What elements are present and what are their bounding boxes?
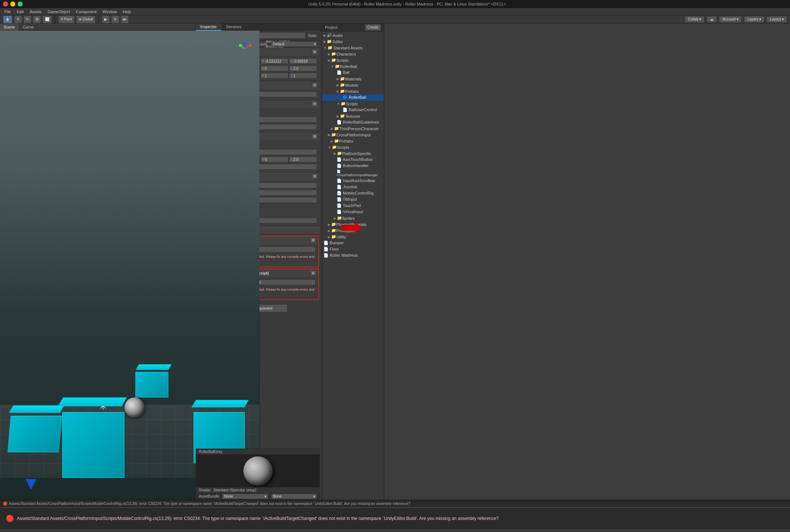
- menu-component[interactable]: Component: [73, 8, 100, 15]
- rot-z-field[interactable]: Z2.0: [289, 65, 317, 71]
- pos-y-field[interactable]: Y-3.131212: [261, 58, 288, 64]
- status-error-icon: 🔴: [3, 502, 7, 506]
- ball-script-settings-icon[interactable]: ⚙: [310, 237, 316, 243]
- scene-viewport[interactable]: ✳ ▼: [0, 31, 259, 500]
- proj-rollerball-prefab[interactable]: 🔵 RollerBall: [322, 94, 384, 101]
- minimize-button[interactable]: [10, 1, 15, 7]
- tool-move[interactable]: ✛: [14, 15, 22, 23]
- pause-button[interactable]: ⏸: [111, 15, 119, 23]
- proj-scripts-rb[interactable]: ▼📁 Scripts: [322, 101, 384, 107]
- proj-crossplatformmanager[interactable]: 📄 CrossPlatformInputManager: [322, 169, 384, 178]
- layers-button[interactable]: Layers ▾: [744, 16, 764, 23]
- close-button[interactable]: [3, 1, 8, 7]
- proj-prefabs-folder[interactable]: ▶📁 Prefabs: [322, 88, 384, 94]
- mesh-filter-settings-icon[interactable]: ⚙: [312, 82, 318, 88]
- layout-button[interactable]: Layout ▾: [767, 16, 787, 23]
- proj-inputaxisscrollbar[interactable]: 📄 InputAxisScrollbar: [322, 178, 384, 184]
- proj-thirdperson[interactable]: ▶📁 ThirdPersonCharacter: [322, 125, 384, 132]
- rigidbody-settings-icon[interactable]: ⚙: [312, 173, 318, 179]
- proj-tiltinput[interactable]: 📄 TiltInput: [322, 196, 384, 203]
- proj-floor[interactable]: 📄 Floor: [322, 246, 384, 252]
- layer-dropdown[interactable]: Default ▾: [271, 41, 318, 47]
- tool-hand[interactable]: ✋: [3, 15, 12, 23]
- proj-joystick[interactable]: 📄 Joystick: [322, 184, 384, 190]
- menu-edit[interactable]: Edit: [14, 8, 27, 15]
- preview-content: [196, 454, 320, 487]
- tool-rect[interactable]: ⬜: [42, 15, 52, 23]
- menu-assets[interactable]: Assets: [27, 8, 45, 15]
- maximize-button[interactable]: [18, 1, 23, 7]
- sphere-collider-settings-icon[interactable]: ⚙: [312, 133, 318, 139]
- cube-bottom-right-top: [191, 400, 249, 407]
- proj-textures[interactable]: ▶📁 Textures: [322, 113, 384, 119]
- menu-file[interactable]: File: [1, 8, 14, 15]
- rot-y-field[interactable]: Y0: [261, 65, 288, 71]
- asset-bundle-dropdown[interactable]: None▾: [222, 494, 268, 499]
- collab-button[interactable]: Collab ▾: [685, 16, 704, 23]
- proj-scripts2[interactable]: ▼📁 Scripts: [322, 144, 384, 150]
- shader-label: Standard (Specular setup): [214, 488, 257, 492]
- collab-bar: ✋ ✛ ↻ ⊞ ⬜ # Pivot ⊕ Global ▶ ⏸ ⏭ Collab …: [0, 15, 790, 23]
- cube-bottom-left: [62, 412, 124, 478]
- proj-mobilecontrolrig[interactable]: 📄 MobileControlRig: [322, 190, 384, 196]
- proj-audio[interactable]: ▶🔊 Audio: [322, 32, 384, 38]
- proj-rollerball-folder[interactable]: ▼📁 RollerBall: [322, 63, 384, 69]
- proj-roller-madness[interactable]: 📄 Roller Madness: [322, 252, 384, 259]
- transform-settings-icon[interactable]: ⚙: [312, 49, 318, 55]
- global-btn[interactable]: ⊕ Global: [76, 15, 96, 23]
- status-error-text: Assets/Standard Assets/CrossPlatformInpu…: [9, 502, 410, 506]
- step-button[interactable]: ⏭: [121, 15, 129, 23]
- scale-z-field[interactable]: Z1: [289, 73, 317, 79]
- menu-help[interactable]: Help: [120, 8, 134, 15]
- tab-services[interactable]: Services: [222, 23, 246, 31]
- proj-crossplatform[interactable]: ▶📁 CrossPlatformInput: [322, 132, 384, 138]
- proj-axistouchbutton[interactable]: 📄 AxisTouchButton: [322, 156, 384, 163]
- asset-bundle-row: AssetBundle None▾ None▾: [196, 493, 320, 500]
- proj-buttonhandler[interactable]: 📄 ButtonHandler: [322, 163, 384, 169]
- tool-rotate[interactable]: ↻: [23, 15, 31, 23]
- preview-footer: Shader Standard (Specular setup): [196, 487, 320, 493]
- proj-ball[interactable]: 📄 Ball: [322, 69, 384, 76]
- static-label: Static: [308, 34, 317, 38]
- pos-z-field[interactable]: Z-0.99219: [289, 58, 317, 64]
- proj-standard-assets[interactable]: ▼📁 Standard Assets: [322, 45, 384, 51]
- play-button[interactable]: ▶: [102, 15, 110, 23]
- main-area: Scene Game Shaded 2D Gizmos ▾: [0, 23, 790, 500]
- asset-bundle-variant-dropdown[interactable]: None▾: [271, 494, 317, 499]
- proj-ball-user-control[interactable]: 📄 BallUserControl: [322, 107, 384, 113]
- tab-scene[interactable]: Scene: [0, 23, 19, 31]
- ball-uc-settings-icon[interactable]: ⚙: [310, 270, 316, 276]
- proj-characters[interactable]: ▶📁 Characters: [322, 51, 384, 57]
- svg-point-5: [243, 42, 246, 45]
- scale-y-field[interactable]: Y1: [261, 73, 288, 79]
- proj-platformspecific[interactable]: ▶📁 PlatformSpecific: [322, 150, 384, 156]
- proj-prefabs2[interactable]: ▶📁 Prefabs: [322, 138, 384, 144]
- cube-bottom-left-top: [58, 397, 127, 406]
- error-panel: 🔴 Assets/Standard Assets/CrossPlatformIn…: [0, 507, 790, 529]
- layer-label: Layer: [258, 42, 267, 46]
- project-tree: ▶🔊 Audio ▶📁 Editor ▼📁 Standard Assets ▶📁…: [322, 31, 384, 500]
- proj-models[interactable]: ▶📁 Models: [322, 82, 384, 88]
- center-y-field[interactable]: Y0: [261, 156, 288, 162]
- project-create-btn[interactable]: Create: [365, 24, 381, 31]
- tab-game[interactable]: Game: [19, 23, 38, 31]
- project-panel: Project Create ▶🔊 Audio ▶📁 Editor ▼📁 Sta…: [322, 23, 384, 500]
- svg-point-3: [249, 44, 252, 47]
- error-panel-text: Assets/Standard Assets/CrossPlatformInpu…: [17, 515, 498, 522]
- menu-window[interactable]: Window: [100, 8, 120, 15]
- proj-rb-guidelines[interactable]: 📄 RollerBallGuidelines: [322, 119, 384, 125]
- material-preview: RollerBallGrey Shader Standard (Specular…: [196, 449, 320, 500]
- proj-touchpad[interactable]: 📄 TouchPad: [322, 203, 384, 209]
- proj-materials[interactable]: ▶📁 Materials: [322, 76, 384, 82]
- center-z-field[interactable]: Z2.0: [289, 156, 317, 162]
- pivot-btn[interactable]: # Pivot: [58, 15, 75, 23]
- tool-scale[interactable]: ⊞: [33, 15, 41, 23]
- proj-editor[interactable]: ▶📁 Editor: [322, 38, 384, 45]
- account-button[interactable]: Account ▾: [719, 16, 742, 23]
- proj-scripts-sa[interactable]: ▶📁 Scripts: [322, 57, 384, 63]
- tab-inspector[interactable]: Inspector: [196, 23, 221, 31]
- titlebar: Unity 5.6.2f1 Personal (64bit) - Roller …: [0, 0, 790, 8]
- menu-gameobject[interactable]: GameObject: [45, 8, 73, 15]
- mesh-renderer-settings-icon[interactable]: ⚙: [312, 101, 318, 107]
- cloud-button[interactable]: ☁: [707, 16, 717, 23]
